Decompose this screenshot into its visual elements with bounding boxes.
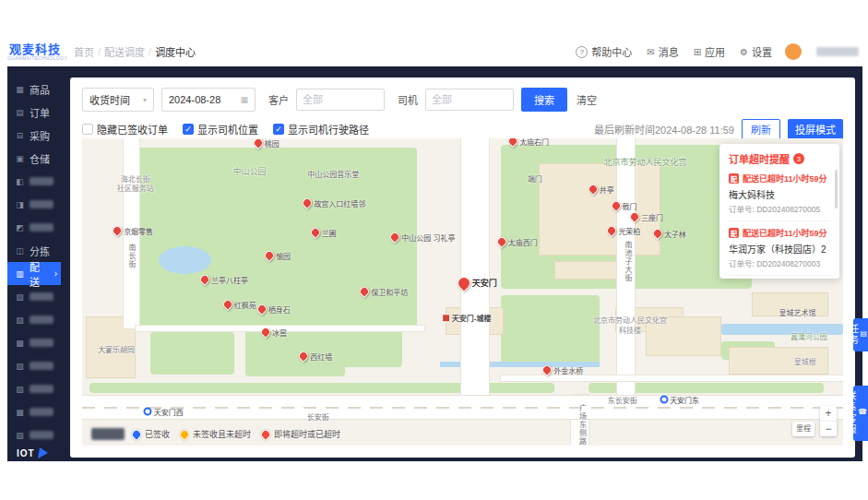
masked-icon: ◧ [15,177,25,186]
avatar[interactable] [785,43,802,60]
masked-text [30,200,54,208]
map-marker[interactable]: 愉园 [265,251,291,261]
driver-input[interactable] [425,89,514,111]
header-action-label: 设置 [752,44,772,59]
order-alert-item[interactable]: 配剩余0分华润万家（科技园店）2 [729,275,830,279]
customer-input[interactable] [296,89,385,111]
checkbox-option[interactable]: 隐藏已签收订单 [82,122,168,137]
sidebar-item-masked[interactable]: ▧ [7,354,61,377]
map-marker[interactable]: 冰窖 [261,327,287,338]
sidebar-item-masked[interactable]: ▩ [7,331,61,354]
checkbox-option[interactable]: ✓显示司机位置 [183,122,258,137]
mileage-button[interactable]: 里程 [792,422,814,436]
tab-support[interactable]: ☎ 联系客服 [853,386,868,441]
map-marker[interactable]: 天安门 [458,277,497,290]
map-marker[interactable]: 桃园 [254,138,279,149]
map-label: 广场东侧路 [577,403,586,445]
sidebar-item-masked[interactable]: ▩ [7,400,61,423]
time-type-select[interactable]: 收货时间 ▾ [82,88,154,112]
masked-text [30,223,54,232]
breadcrumb-item[interactable]: 配送调度 [104,44,145,59]
map-marker[interactable]: 红枫苑 [223,300,256,310]
breadcrumb-item[interactable]: 首页 [74,44,94,59]
map-marker[interactable]: 兰圃 [311,228,337,238]
search-button[interactable]: 搜索 [521,88,567,112]
breadcrumb-separator: / [149,46,151,57]
header-action-settings[interactable]: ⚙设置 [740,44,772,59]
date-picker[interactable]: 2024-08-28 ▦ [161,88,256,112]
map-marker[interactable]: 西红墙 [299,351,332,362]
order-alert-item[interactable]: 配配送已超时11小时59分梅大妈科技订单号: DD202408270005 [729,173,830,214]
sidebar-item-masked[interactable]: ▨ [7,377,61,400]
masked-text [30,408,54,416]
sidebar-item-masked[interactable]: ▨ [7,308,61,331]
pin-icon [495,234,508,247]
zoom-in-button[interactable]: + [820,406,837,421]
task-icon: ▤ [860,329,867,338]
order-alert-item[interactable]: 配配送已超时11小时59分华润万家（科技园店）2订单号: DD202408270… [729,220,830,268]
clear-button[interactable]: 清空 [577,92,597,107]
refresh-button[interactable]: 刷新 [742,119,780,139]
sidebar-item-masked[interactable]: ◩ [7,216,61,239]
header-action-label: 消息 [659,44,679,59]
zoom-out-button[interactable]: − [820,421,837,436]
purchase-icon: ⊟ [15,131,25,140]
map-marker[interactable]: 井亭 [589,185,614,195]
map-marker[interactable]: 光荣柏 [607,226,640,236]
checkbox-icon: ✓ [273,124,284,135]
header-action-help[interactable]: ?帮助中心 [576,44,632,59]
sidebar-item-label: 配送 [30,259,50,289]
sidebar-item-采购[interactable]: ⊟采购 [7,124,61,147]
sidebar-item-label: 商品 [30,82,50,97]
sidebar-item-masked[interactable]: ◧ [7,170,61,193]
breadcrumb-separator: / [98,46,101,57]
map-marker[interactable]: 太庙右门 [508,138,549,147]
sidebar-item-仓储[interactable]: ▣仓储 [7,147,61,170]
map[interactable]: 中山公园中山公园音乐堂北京市劳动人民文化宫海北长街 社区服务站端门天安门-城楼北… [82,138,843,446]
sidebar-item-masked[interactable]: ◨ [7,193,61,216]
checkbox-label: 显示司机位置 [197,122,258,137]
header-action-message[interactable]: ✉消息 [647,44,678,59]
metro-station: 天安门东 [660,395,699,405]
header-action-apps[interactable]: ⊞应用 [694,44,725,59]
map-label: 长安街 [307,413,329,423]
sidebar-item-订单[interactable]: ▤订单 [7,101,61,124]
sidebar-item-配送[interactable]: ▥配送› [7,262,61,285]
app-body: ▦商品▤订单⊟采购▣仓储◧◨◩◫分拣▥配送›▧▨▩▧▨▩▧ IOT 收货时间 ▾… [7,66,862,461]
logo[interactable]: 观麦科技 GUANMAITECHNOLOGY [7,43,63,61]
sidebar-item-masked[interactable]: ▧ [7,285,61,308]
map-marker[interactable]: 三座门 [630,212,663,222]
marker-label: 桃园 [265,138,279,149]
header-actions: ?帮助中心✉消息⊞应用⚙设置 [576,44,772,59]
sidebar-item-label: 订单 [30,105,50,120]
sidebar-item-商品[interactable]: ▦商品 [7,77,61,101]
map-marker[interactable]: 太子林 [653,229,686,239]
map-marker[interactable]: 保卫和平坊 [360,287,408,297]
map-marker[interactable]: 戟门 [612,201,637,211]
checkbox-option[interactable]: ✓显示司机行驶路径 [273,122,369,137]
marker-label: 戟门 [623,201,637,211]
marker-label: 兰亭八柱亭 [211,275,248,285]
cast-mode-button[interactable]: 投屏模式 [788,119,843,139]
map-marker[interactable]: 故宫入口红墙邻 [303,198,365,208]
options-right: 最后刷新时间2024-08-28 11:59 刷新 投屏模式 [594,119,843,139]
map-label: 皇城根 [794,358,816,367]
map-marker[interactable]: 京烟零售 [113,226,153,236]
map-marker[interactable]: 外金水桥 [542,365,583,375]
map-marker[interactable]: 太庙西门 [497,237,538,247]
order-status-text: 配送已超时11小时59分 [743,227,827,239]
sidebar-item-masked[interactable]: ▧ [7,423,61,446]
masked-icon: ▩ [15,408,25,417]
scrollbar[interactable] [835,170,838,208]
map-marker[interactable]: 中山公园 习礼亭 [390,232,455,243]
tab-tasks[interactable]: ▤ 任务 [853,318,868,351]
map-marker[interactable]: 兰亭八柱亭 [200,275,248,285]
marker-label: 三座门 [641,212,663,222]
legend-label: 已签收 [145,428,170,440]
tab-support-label: 联系客服 [844,391,858,435]
pin-icon [628,210,641,223]
pin-icon [301,196,314,209]
masked-text [30,339,54,347]
map-marker[interactable]: 栖身石 [257,304,291,315]
chevron-down-icon: ▾ [143,96,147,104]
